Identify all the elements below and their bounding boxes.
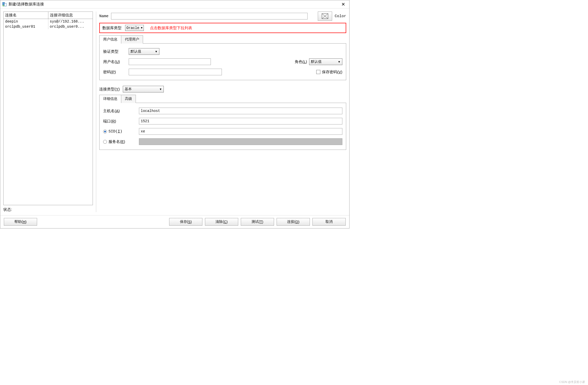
conn-type-label: 连接类型(Y) <box>99 87 120 92</box>
conn-type-value: 基本 <box>125 87 132 91</box>
checkbox-icon <box>316 70 320 74</box>
radio-unchecked-icon <box>103 140 107 144</box>
dbtype-value: Oracle <box>126 26 139 30</box>
cancel-button[interactable]: 取消 <box>312 218 346 226</box>
save-password-label: 保存密码(V) <box>322 70 342 75</box>
details-panel: 主机名(A) 端口(R) SID(I) <box>99 103 346 150</box>
sid-radio[interactable]: SID(I) <box>103 129 136 134</box>
role-value: 默认值 <box>311 59 322 64</box>
sid-input[interactable] <box>139 128 342 135</box>
dbtype-hint: 点击数据库类型下拉列表 <box>150 26 192 30</box>
cell-details: sys@//192.168... <box>48 19 93 24</box>
connect-button[interactable]: 连接(O) <box>277 218 310 226</box>
username-input[interactable] <box>129 58 211 65</box>
cell-details: orclpdb_user0... <box>48 24 93 29</box>
app-icon <box>2 2 7 7</box>
password-input[interactable] <box>129 69 222 75</box>
user-info-panel: 验证类型 默认值 ▼ 用户名(U) 角色(L) 默认值 <box>99 44 346 80</box>
username-label: 用户名(U) <box>103 59 126 64</box>
left-panel: 连接名 连接详细信息 deepin sys@//192.168... orclp… <box>3 12 93 212</box>
detail-tabs: 详细信息 高级 <box>99 95 346 103</box>
sid-label: SID(I) <box>108 129 122 134</box>
port-label: 端口(R) <box>103 119 136 124</box>
table-row[interactable]: orclpdb_user01 orclpdb_user0... <box>4 24 93 29</box>
dbtype-row-highlight: 数据库类型 Oracle ▼ 点击数据库类型下拉列表 <box>99 23 346 33</box>
chevron-down-icon: ▼ <box>338 60 341 63</box>
save-button[interactable]: 保存(S) <box>169 218 202 226</box>
radio-checked-icon <box>103 130 107 133</box>
name-input[interactable] <box>111 13 308 19</box>
host-input[interactable] <box>139 108 342 114</box>
col-header-name[interactable]: 连接名 <box>4 12 48 19</box>
tab-proxy-user[interactable]: 代理用户 <box>121 35 143 44</box>
table-row[interactable]: deepin sys@//192.168... <box>4 19 93 24</box>
color-swatch-icon <box>322 13 328 19</box>
color-label: Color <box>335 14 346 18</box>
role-label: 角色(L) <box>295 59 307 64</box>
service-radio[interactable]: 服务名(E) <box>103 139 136 144</box>
name-label: Name <box>99 14 108 18</box>
tab-advanced[interactable]: 高级 <box>121 95 136 103</box>
dialog-window: 新建/选择数据库连接 ✕ 连接名 连接详细信息 deepin sys@ <box>0 0 350 228</box>
titlebar: 新建/选择数据库连接 ✕ <box>0 0 349 8</box>
vertical-divider[interactable] <box>96 12 96 212</box>
tab-details[interactable]: 详细信息 <box>99 95 121 103</box>
service-input <box>139 138 342 145</box>
clear-button[interactable]: 清除(C) <box>205 218 238 226</box>
role-select[interactable]: 默认值 ▼ <box>309 58 342 65</box>
detail-tabs-container: 详细信息 高级 主机名(A) 端口(R) SID( <box>99 95 346 150</box>
user-tabs: 用户信息 代理用户 <box>99 35 346 44</box>
tab-user-info[interactable]: 用户信息 <box>99 35 121 44</box>
status-label: 状态: <box>3 205 93 212</box>
auth-type-label: 验证类型 <box>103 49 126 54</box>
right-panel: Name Color 数据库类型 Oracle ▼ 点击数据库类型下拉列表 <box>99 12 346 212</box>
help-button[interactable]: 帮助(H) <box>4 218 37 226</box>
port-input[interactable] <box>139 118 342 124</box>
auth-type-select[interactable]: 默认值 ▼ <box>129 48 159 55</box>
password-label: 密码(P) <box>103 70 126 75</box>
svg-rect-1 <box>4 3 6 6</box>
color-button[interactable] <box>318 12 332 21</box>
name-row: Name Color <box>99 12 346 21</box>
chevron-down-icon: ▼ <box>159 88 162 91</box>
chevron-down-icon: ▼ <box>155 50 158 53</box>
footer: 帮助(H) 保存(S) 清除(C) 测试(T) 连接(O) 取消 <box>0 215 349 228</box>
test-button[interactable]: 测试(T) <box>241 218 274 226</box>
cell-name: orclpdb_user01 <box>4 24 48 29</box>
conn-type-row: 连接类型(Y) 基本 ▼ <box>99 86 346 92</box>
user-tabs-container: 用户信息 代理用户 验证类型 默认值 ▼ 用户名(U) <box>99 35 346 80</box>
host-label: 主机名(A) <box>103 109 136 113</box>
col-header-details[interactable]: 连接详细信息 <box>48 12 93 19</box>
connections-table: 连接名 连接详细信息 deepin sys@//192.168... orclp… <box>3 12 93 205</box>
cell-name: deepin <box>4 19 48 24</box>
save-password-checkbox[interactable]: 保存密码(V) <box>316 70 342 75</box>
auth-type-value: 默认值 <box>130 49 141 54</box>
dbtype-label: 数据库类型 <box>102 26 122 30</box>
chevron-down-icon: ▼ <box>141 26 143 29</box>
window-title: 新建/选择数据库连接 <box>8 2 339 7</box>
conn-type-select[interactable]: 基本 ▼ <box>123 86 164 92</box>
close-icon[interactable]: ✕ <box>339 2 347 7</box>
dbtype-select[interactable]: Oracle ▼ <box>125 25 144 31</box>
content-area: 连接名 连接详细信息 deepin sys@//192.168... orclp… <box>0 8 349 215</box>
service-label: 服务名(E) <box>108 139 125 144</box>
